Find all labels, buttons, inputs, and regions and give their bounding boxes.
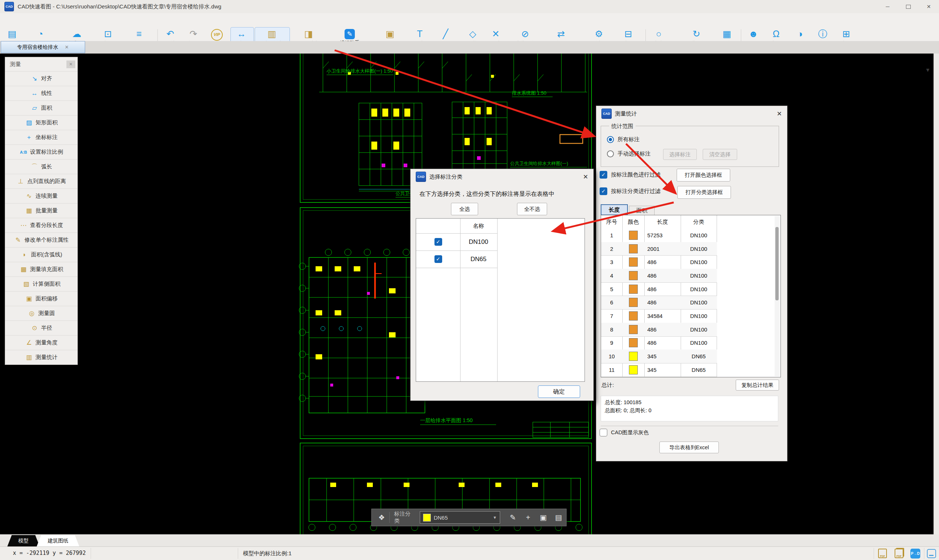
- sidebar-item-side-area[interactable]: ▧计算侧面积: [5, 277, 77, 291]
- align-icon: ↘: [31, 75, 39, 83]
- radio-manual-select[interactable]: 手动选择标注: [607, 150, 651, 157]
- export-excel-button[interactable]: 导出表格到Excel: [659, 442, 719, 453]
- sidebar-item-arc-length[interactable]: ⌒弧长: [5, 159, 77, 174]
- select-annotations-button[interactable]: 选择标注: [663, 149, 697, 160]
- close-button[interactable]: ✕: [919, 0, 939, 13]
- filter-by-color-row[interactable]: ✓ 按标注颜色进行过滤: [600, 171, 660, 178]
- move-annotation-icon[interactable]: +: [520, 514, 536, 522]
- sidebar-item-batch-measure[interactable]: ▦批量测量: [5, 203, 77, 218]
- grid-icon[interactable]: ❖: [378, 513, 385, 522]
- stats-dialog-close-icon[interactable]: ✕: [777, 110, 782, 118]
- minimize-button[interactable]: ─: [877, 0, 898, 13]
- tab-length[interactable]: 长度: [601, 204, 628, 215]
- sidebar-item-rect-area[interactable]: ▨矩形面积: [5, 115, 77, 130]
- sidebar-item-fill-area[interactable]: ▩测量填充面积: [5, 262, 77, 277]
- apps-grid-icon: ⊞: [831, 28, 862, 40]
- radio-all-annotations[interactable]: 所有标注: [607, 136, 640, 143]
- classify-dialog-header[interactable]: CAD 选择标注分类 ✕: [411, 169, 594, 185]
- paste-annotation-icon[interactable]: ▤: [551, 513, 566, 522]
- table-scrollbar[interactable]: [775, 216, 780, 376]
- sidebar-item-align[interactable]: ↘对齐: [5, 71, 77, 86]
- dialog-logo-icon: CAD: [601, 109, 612, 119]
- sidebar-item-edit-annotation[interactable]: ✎修改单个标注属性: [5, 232, 77, 247]
- copy-totals-button[interactable]: 复制总计结果: [736, 380, 779, 391]
- point-line-icon: ⊥: [17, 177, 25, 185]
- color-filter-checkbox[interactable]: ✓: [600, 171, 607, 178]
- annotation-class-toolbar: ❖ 标注分类 DN65 ▼ ✎ + ▣ ▤: [372, 509, 567, 526]
- color-swatch: [629, 231, 638, 240]
- table-row[interactable]: 9 486 DN100: [601, 336, 717, 350]
- radius-icon: ⊙: [31, 324, 39, 332]
- area-icon: ▱: [31, 104, 39, 112]
- highlight-fixtures-plan: [316, 266, 396, 359]
- settings-gear-icon: ⚙: [583, 28, 614, 40]
- tab-close-icon[interactable]: ✕: [65, 45, 69, 50]
- table-row[interactable]: 1 57253 DN100: [601, 228, 717, 242]
- export-pdf-icon[interactable]: PDF: [878, 549, 887, 558]
- sidebar-item-area[interactable]: ▱面积: [5, 100, 77, 115]
- table-row[interactable]: 2 2001 DN100: [601, 242, 717, 256]
- canvas-right-strip[interactable]: [933, 54, 939, 534]
- pdf-to-dwg-icon[interactable]: P→D: [910, 549, 920, 558]
- sidebar-close-button[interactable]: ✕: [66, 60, 75, 68]
- copy-annotation-icon[interactable]: ▣: [536, 513, 551, 522]
- dn100-checkbox[interactable]: ✓: [435, 238, 442, 246]
- table-row[interactable]: 7 34584 DN100: [601, 309, 717, 323]
- scale-ruler-icon: ⊟: [613, 28, 644, 40]
- annotation-class-select[interactable]: DN65 ▼: [420, 511, 500, 524]
- sidebar-item-coordinate[interactable]: +坐标标注: [5, 130, 77, 145]
- sidebar-item-measure-stats[interactable]: ▥测量统计: [5, 350, 77, 365]
- select-all-button[interactable]: 全选: [451, 203, 478, 215]
- table-row[interactable]: 5 486 DN100: [601, 282, 717, 296]
- classify-row-dn65[interactable]: ✓ DN65: [416, 251, 497, 268]
- edit-pencil-icon: ✎: [14, 236, 22, 244]
- sidebar-item-radius[interactable]: ⊙半径: [5, 320, 77, 335]
- sidebar-item-measure-angle[interactable]: ∠测量角度: [5, 335, 77, 350]
- sidebar-item-segment-length[interactable]: ⋯查看分段长度: [5, 218, 77, 232]
- sidebar-item-point-line-distance[interactable]: ⊥点到直线的距离: [5, 174, 77, 189]
- sidebar-item-linear[interactable]: ↔线性: [5, 86, 77, 100]
- status-bar: x = -292119 y = 267992 模型中的标注比例:1 PDF PD…: [0, 546, 939, 560]
- filter-by-class-row[interactable]: ✓ 按标注分类进行过滤: [600, 188, 660, 195]
- open-color-picker-button[interactable]: 打开颜色选择框: [677, 169, 730, 182]
- table-row[interactable]: 8 486 DN100: [601, 323, 717, 337]
- classify-dialog-close-icon[interactable]: ✕: [583, 173, 588, 181]
- gray-display-row[interactable]: CAD图显示灰色: [600, 429, 649, 436]
- mini-window-icon[interactable]: [927, 549, 936, 558]
- tab-label: 专用宿舍楼给排水: [17, 44, 59, 51]
- table-row[interactable]: 3 486 DN100: [601, 255, 717, 269]
- restore-button[interactable]: [898, 0, 919, 13]
- tab-document[interactable]: 专用宿舍楼给排水 ✕: [1, 41, 85, 53]
- clear-selection-button[interactable]: 清空选择: [703, 149, 737, 160]
- table-row[interactable]: 10 345 DN65: [601, 349, 717, 363]
- color-swatch: [629, 271, 638, 280]
- sidebar-item-continuous-measure[interactable]: ∿连续测量: [5, 189, 77, 203]
- edit-annotation-icon[interactable]: ✎: [505, 513, 521, 522]
- radio-unselected-icon[interactable]: [607, 150, 614, 157]
- classify-table-header: 名称: [416, 218, 497, 234]
- sidebar-item-area-with-arc[interactable]: ◗面积(含弧线): [5, 247, 77, 262]
- table-row[interactable]: 4 486 DN100: [601, 269, 717, 283]
- sidebar-item-set-scale[interactable]: A:B设置标注比例: [5, 145, 77, 159]
- classify-table: 名称 ✓ DN100 ✓ DN65: [416, 218, 585, 382]
- select-none-button[interactable]: 全不选: [517, 203, 547, 215]
- sidebar-item-measure-circle[interactable]: ◎测量圆: [5, 306, 77, 320]
- sidebar-item-area-offset[interactable]: ▣面积偏移: [5, 291, 77, 306]
- gray-display-checkbox[interactable]: [600, 429, 607, 436]
- scrollbar-thumb[interactable]: [776, 227, 779, 300]
- radio-selected-icon[interactable]: [607, 136, 614, 143]
- table-row[interactable]: 11 345 DN65: [601, 363, 717, 377]
- tab-model[interactable]: 模型: [7, 535, 40, 546]
- ok-button[interactable]: 确定: [538, 385, 580, 398]
- batch-export-pdf-icon[interactable]: PDF: [894, 549, 904, 558]
- tab-architectural-sheet[interactable]: 建筑图纸: [37, 535, 79, 546]
- class-filter-checkbox[interactable]: ✓: [600, 188, 607, 195]
- stats-dialog-header[interactable]: CAD 测量统计 ✕: [596, 106, 787, 122]
- chevron-down-icon[interactable]: ▼: [925, 67, 931, 73]
- open-class-picker-button[interactable]: 打开分类选择框: [677, 186, 731, 199]
- table-row[interactable]: 6 486 DN100: [601, 296, 717, 310]
- classify-row-dn100[interactable]: ✓ DN100: [416, 233, 497, 251]
- tab-area[interactable]: 面积: [629, 206, 655, 215]
- dn65-checkbox[interactable]: ✓: [435, 255, 442, 263]
- highlight-fixtures-a: [372, 109, 410, 150]
